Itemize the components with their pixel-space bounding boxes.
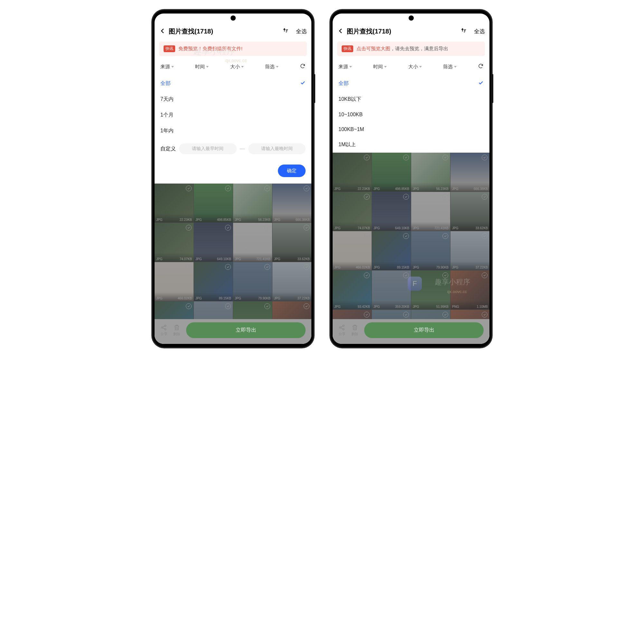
filter-more[interactable]: 筛选 [265,64,300,70]
check-icon [300,80,306,87]
page-title: 图片查找(1718) [169,27,279,36]
sort-icon[interactable] [460,27,467,36]
check-icon [478,80,484,87]
refresh-icon[interactable] [300,63,306,70]
phone-left: 图片查找(1718) 全选 趣享小程序 qx.oovc.cc 快讯 免费预览！免… [152,10,314,348]
share-button[interactable]: 分享 [338,324,346,336]
sort-icon[interactable] [282,27,289,36]
select-all-button[interactable]: 全选 [296,28,307,35]
option-10kb[interactable]: 10KB以下 [338,91,484,107]
custom-label: 自定义 [160,146,176,152]
filter-time[interactable]: 时间 [373,64,408,70]
back-icon[interactable] [159,27,166,36]
watermark-text: 趣享小程序 [435,277,470,287]
refresh-icon[interactable] [478,63,484,70]
chevron-down-icon [419,66,422,68]
confirm-button[interactable]: 确定 [278,165,306,177]
grid-dim-overlay [333,153,489,319]
latest-time-input[interactable]: 请输入最晚时间 [248,143,306,154]
news-badge: 快讯 [342,45,353,52]
filter-source[interactable]: 来源 [160,64,195,70]
filter-source[interactable]: 来源 [338,64,373,70]
screen-right: 图片查找(1718) 全选 快讯 点击可预览大图，请先去预览，满意后导出 来源 … [333,14,489,344]
export-button[interactable]: 立即导出 [186,322,306,338]
option-all[interactable]: 全部 [160,75,306,91]
filter-size[interactable]: 大小 [408,64,443,70]
option-1month[interactable]: 1个月 [160,107,306,123]
time-filter-panel: 全部 7天内 1个月 1年内 自定义 请输入最早时间 — 请输入最晚时间 确定 [155,75,311,184]
chevron-down-icon [384,66,387,68]
bottom-toolbar: 分享 删除 立即导出 [333,319,489,344]
chevron-down-icon [454,66,457,68]
back-icon[interactable] [337,27,344,36]
watermark-f-icon: F [408,277,422,291]
range-dash: — [240,146,245,152]
option-1year[interactable]: 1年内 [160,123,306,139]
option-all[interactable]: 全部 [338,75,484,91]
option-above1m[interactable]: 1M以上 [338,137,484,153]
delete-button[interactable]: 删除 [351,324,358,336]
image-grid: JPG22.23KBJPG498.85KBJPG56.23KBJPG666.38… [155,184,311,319]
confirm-row: 确定 [160,159,306,184]
watermark-url: qx.oovc.cc [225,58,247,63]
export-button[interactable]: 立即导出 [364,322,484,338]
delete-button[interactable]: 删除 [173,324,180,336]
chevron-down-icon [171,66,174,68]
filter-size[interactable]: 大小 [230,64,265,70]
chevron-down-icon [206,66,209,68]
camera-notch [231,15,236,21]
page-title: 图片查找(1718) [347,27,457,36]
banner-text: 点击可预览大图，请先去预览，满意后导出 [356,46,448,52]
grid-dim-overlay [155,184,311,319]
filter-time[interactable]: 时间 [195,64,230,70]
option-custom: 自定义 请输入最早时间 — 请输入最晚时间 [160,139,306,159]
phone-right: 图片查找(1718) 全选 快讯 点击可预览大图，请先去预览，满意后导出 来源 … [330,10,492,348]
filter-more[interactable]: 筛选 [443,64,478,70]
filter-bar: 来源 时间 大小 筛选 [333,59,489,75]
news-banner: 快讯 点击可预览大图，请先去预览，满意后导出 [337,42,485,56]
chevron-down-icon [241,66,244,68]
option-100kb[interactable]: 10~100KB [338,107,484,122]
header: 图片查找(1718) 全选 [333,24,489,38]
chevron-down-icon [276,66,279,68]
chevron-down-icon [349,66,352,68]
size-filter-panel: 全部 10KB以下 10~100KB 100KB~1M 1M以上 [333,75,489,153]
news-banner: 快讯 免费预览！免费扫描所有文件! [159,42,307,56]
watermark-url: qx.oovc.cc [447,289,467,294]
option-1m[interactable]: 100KB~1M [338,122,484,137]
bottom-toolbar: 分享 删除 立即导出 [155,319,311,344]
earliest-time-input[interactable]: 请输入最早时间 [179,143,237,154]
image-grid: JPG22.23KBJPG498.85KBJPG56.23KBJPG666.38… [333,153,489,319]
option-7days[interactable]: 7天内 [160,91,306,107]
select-all-button[interactable]: 全选 [474,28,485,35]
news-badge: 快讯 [164,45,175,52]
screen-left: 图片查找(1718) 全选 趣享小程序 qx.oovc.cc 快讯 免费预览！免… [155,14,311,344]
share-button[interactable]: 分享 [160,324,167,336]
camera-notch [409,15,414,21]
banner-text: 免费预览！免费扫描所有文件! [178,46,242,52]
header: 图片查找(1718) 全选 [155,24,311,38]
